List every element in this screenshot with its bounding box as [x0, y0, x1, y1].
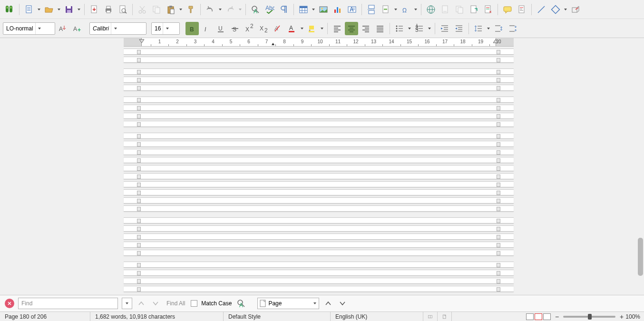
- bullet-list-dropdown[interactable]: [407, 22, 412, 35]
- insert-mode-cell[interactable]: [423, 312, 438, 321]
- undo-dropdown[interactable]: [218, 3, 223, 16]
- track-changes-icon[interactable]: [481, 3, 495, 16]
- word-count-cell[interactable]: 1,682 words, 10,918 characters: [90, 312, 224, 321]
- cut-icon[interactable]: [136, 3, 149, 16]
- save-icon[interactable]: [62, 3, 76, 16]
- right-indent-marker[interactable]: [493, 39, 498, 44]
- vertical-scrollbar[interactable]: [637, 38, 644, 295]
- open-icon[interactable]: [42, 3, 56, 16]
- zoom-in-button[interactable]: +: [618, 313, 625, 321]
- first-line-indent-marker[interactable]: [139, 39, 145, 44]
- font-name-combo[interactable]: Calibri: [89, 22, 146, 35]
- justify-button[interactable]: [373, 22, 387, 35]
- zoom-slider[interactable]: [563, 316, 615, 318]
- superscript-button[interactable]: X2: [243, 22, 256, 35]
- navigate-next-button[interactable]: [337, 298, 348, 309]
- find-input[interactable]: Find: [18, 298, 118, 309]
- page-thumbnail[interactable]: [124, 141, 514, 147]
- navigate-previous-button[interactable]: [323, 298, 333, 309]
- page-thumbnail[interactable]: [124, 189, 514, 195]
- save-dropdown[interactable]: [77, 3, 81, 16]
- page-thumbnail[interactable]: [124, 242, 514, 248]
- font-color-button[interactable]: A: [285, 22, 299, 35]
- page-thumbnail[interactable]: [124, 262, 514, 268]
- horizontal-ruler[interactable]: 1234567891011121314151617181920: [124, 38, 514, 47]
- increase-indent-button[interactable]: [438, 22, 451, 35]
- redo-icon[interactable]: [224, 3, 237, 16]
- new-document-dropdown[interactable]: [37, 3, 41, 16]
- paste-icon[interactable]: [164, 3, 177, 16]
- page-thumbnail[interactable]: [124, 157, 514, 163]
- find-previous-button[interactable]: [136, 298, 146, 309]
- bookmark-icon[interactable]: [453, 3, 466, 16]
- find-next-button[interactable]: [150, 298, 161, 309]
- page-thumbnail[interactable]: [124, 105, 514, 111]
- highlight-dropdown[interactable]: [320, 22, 324, 35]
- page-thumbnail[interactable]: [124, 77, 514, 83]
- scrollbar-thumb[interactable]: [638, 238, 643, 276]
- page-thumbnail[interactable]: [124, 181, 514, 187]
- page-thumbnail[interactable]: [124, 286, 514, 292]
- page-thumbnail[interactable]: [124, 205, 514, 212]
- page-thumbnail[interactable]: [124, 149, 514, 155]
- paste-dropdown[interactable]: [178, 3, 183, 16]
- page-thumbnail[interactable]: [124, 133, 514, 139]
- numbered-list-button[interactable]: 123: [413, 22, 426, 35]
- find-icon[interactable]: A: [249, 3, 262, 16]
- page-thumbnail[interactable]: [124, 278, 514, 284]
- increase-spacing-button[interactable]: [492, 22, 505, 35]
- copy-icon[interactable]: [150, 3, 163, 16]
- page-thumbnail[interactable]: [124, 250, 514, 256]
- undo-icon[interactable]: [204, 3, 217, 16]
- page-thumbnail[interactable]: [124, 197, 514, 204]
- subscript-button[interactable]: X2: [257, 22, 270, 35]
- page-thumbnail[interactable]: [124, 49, 514, 55]
- cross-reference-icon[interactable]: [467, 3, 480, 16]
- draw-functions-icon[interactable]: [569, 3, 582, 16]
- special-character-icon[interactable]: Ω: [399, 3, 412, 16]
- zoom-slider-thumb[interactable]: [588, 314, 592, 320]
- insert-field-dropdown[interactable]: [393, 3, 398, 16]
- new-document-icon[interactable]: [22, 3, 36, 16]
- insert-table-dropdown[interactable]: [311, 3, 316, 16]
- page-thumbnail[interactable]: [124, 57, 514, 63]
- numbered-list-dropdown[interactable]: [427, 22, 432, 35]
- page-thumbnail[interactable]: [124, 173, 514, 179]
- print-preview-icon[interactable]: [116, 3, 129, 16]
- insert-image-icon[interactable]: [317, 3, 330, 16]
- match-case-checkbox[interactable]: [191, 300, 197, 307]
- find-history-dropdown[interactable]: [122, 298, 132, 309]
- page-thumbnail[interactable]: [124, 113, 514, 119]
- redo-dropdown[interactable]: [238, 3, 243, 16]
- page-thumbnail[interactable]: [124, 217, 514, 224]
- navigate-by-combo[interactable]: Page: [257, 298, 319, 309]
- page-thumbnail[interactable]: [124, 225, 514, 232]
- line-icon[interactable]: [535, 3, 548, 16]
- page-thumbnail[interactable]: [124, 85, 514, 91]
- bold-button[interactable]: B: [185, 22, 199, 35]
- open-dropdown[interactable]: [57, 3, 61, 16]
- close-findbar-button[interactable]: [5, 299, 14, 308]
- tab-stop-marker[interactable]: [271, 42, 275, 46]
- book-view-button[interactable]: [543, 313, 551, 320]
- bullet-list-button[interactable]: [393, 22, 406, 35]
- find-all-button[interactable]: Find All: [165, 300, 187, 307]
- page-thumbnail[interactable]: [124, 97, 514, 103]
- selection-mode-cell[interactable]: [438, 312, 452, 321]
- insert-table-icon[interactable]: [297, 3, 310, 16]
- show-changes-icon[interactable]: [515, 3, 528, 16]
- line-spacing-button[interactable]: [472, 22, 485, 35]
- page-thumbnail[interactable]: [124, 233, 514, 240]
- line-spacing-dropdown[interactable]: [486, 22, 491, 35]
- page-break-icon[interactable]: [365, 3, 378, 16]
- align-right-button[interactable]: [359, 22, 372, 35]
- hyperlink-icon[interactable]: [424, 3, 438, 16]
- update-style-icon[interactable]: A: [56, 22, 69, 35]
- spellcheck-icon[interactable]: Abc: [263, 3, 276, 16]
- font-color-dropdown[interactable]: [300, 22, 304, 35]
- insert-chart-icon[interactable]: [331, 3, 344, 16]
- clear-formatting-button[interactable]: A: [271, 22, 284, 35]
- print-icon[interactable]: [102, 3, 115, 16]
- align-center-button[interactable]: [345, 22, 358, 35]
- page-thumbnail[interactable]: [124, 165, 514, 171]
